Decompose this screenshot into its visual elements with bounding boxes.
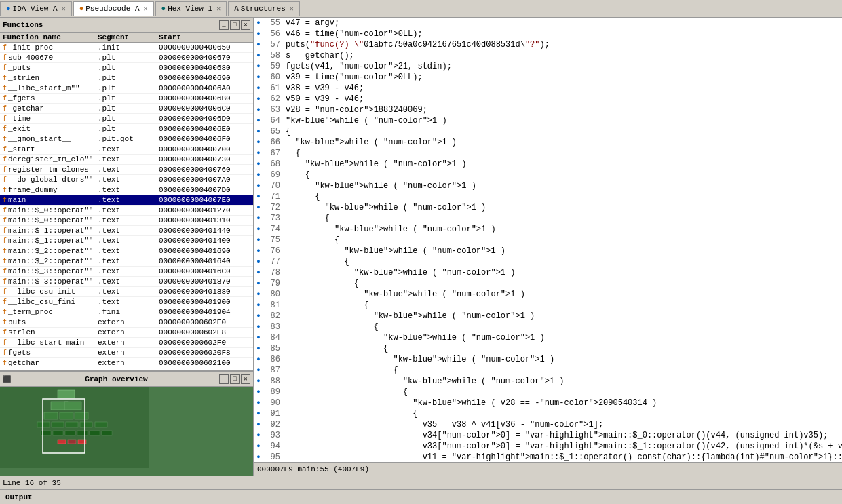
breakpoint-dot[interactable]: ●	[254, 193, 263, 200]
code-area[interactable]: ●55v47 = argv;●56v46 = time("num-color">…	[254, 18, 842, 462]
breakpoint-dot[interactable]: ●	[254, 454, 263, 461]
graph-restore-btn[interactable]: □	[230, 374, 240, 384]
func-row[interactable]: fgetcharextern0000000000602100	[0, 358, 253, 368]
breakpoint-dot[interactable]: ●	[254, 367, 263, 374]
func-name: f_fgets	[3, 94, 98, 102]
breakpoint-dot[interactable]: ●	[254, 96, 263, 102]
breakpoint-dot[interactable]: ●	[254, 378, 263, 385]
breakpoint-dot[interactable]: ●	[254, 356, 263, 363]
func-row[interactable]: fframe_dummy.text00000000004007D0	[0, 185, 253, 195]
func-segment: .plt	[98, 94, 159, 102]
breakpoint-dot[interactable]: ●	[254, 421, 263, 428]
breakpoint-dot[interactable]: ●	[254, 106, 263, 113]
func-row[interactable]: fmain::$_2::operat"".text000000000040164…	[0, 256, 253, 267]
breakpoint-dot[interactable]: ●	[254, 161, 263, 168]
breakpoint-dot[interactable]: ●	[254, 400, 263, 406]
func-row[interactable]: f_init_proc.init0000000000400650	[0, 43, 253, 53]
functions-minimize-btn[interactable]: _	[219, 20, 229, 30]
tab-structures[interactable]: A Structures ✕	[228, 1, 300, 16]
breakpoint-dot[interactable]: ●	[254, 74, 263, 81]
breakpoint-dot[interactable]: ●	[254, 258, 263, 265]
breakpoint-dot[interactable]: ●	[254, 63, 263, 70]
breakpoint-dot[interactable]: ●	[254, 313, 263, 319]
functions-panel-title: Functions	[3, 21, 43, 29]
func-row[interactable]: f_strlen.plt0000000000400690	[0, 73, 253, 83]
func-row[interactable]: fmain::$_0::operat"".text000000000040131…	[0, 216, 253, 226]
func-row[interactable]: fmain::$_1::operat"".text000000000040140…	[0, 236, 253, 246]
tab-close-hex[interactable]: ✕	[216, 5, 221, 13]
breakpoint-dot[interactable]: ●	[254, 204, 263, 211]
graph-close-btn[interactable]: ✕	[241, 374, 250, 384]
graph-content[interactable]	[0, 387, 253, 476]
tab-hex-view-1[interactable]: ● Hex View-1 ✕	[155, 1, 227, 16]
func-row[interactable]: fmain::$_1::operat"".text000000000040144…	[0, 226, 253, 236]
breakpoint-dot[interactable]: ●	[254, 31, 263, 37]
breakpoint-dot[interactable]: ●	[254, 20, 263, 26]
func-row[interactable]: f__gmon_start__.plt.got00000000004006F0	[0, 134, 253, 144]
breakpoint-dot[interactable]: ●	[254, 226, 263, 233]
breakpoint-dot[interactable]: ●	[254, 334, 263, 341]
breakpoint-dot[interactable]: ●	[254, 182, 263, 189]
func-row[interactable]: fmain::$_3::operat"".text000000000040187…	[0, 277, 253, 287]
breakpoint-dot[interactable]: ●	[254, 150, 263, 157]
breakpoint-dot[interactable]: ●	[254, 345, 263, 352]
tab-close-ida[interactable]: ✕	[62, 5, 66, 13]
func-row[interactable]: f_puts.plt0000000000400680	[0, 63, 253, 73]
func-row[interactable]: fregister_tm_clones.text0000000000400760	[0, 165, 253, 175]
breakpoint-dot[interactable]: ●	[254, 302, 263, 309]
func-row[interactable]: fmain::$_2::operat"".text000000000040169…	[0, 246, 253, 256]
func-row[interactable]: fstrlenextern0000000000602E8	[0, 328, 253, 338]
breakpoint-dot[interactable]: ●	[254, 41, 263, 48]
breakpoint-dot[interactable]: ●	[254, 443, 263, 450]
breakpoint-dot[interactable]: ●	[254, 215, 263, 222]
breakpoint-dot[interactable]: ●	[254, 139, 263, 146]
breakpoint-dot[interactable]: ●	[254, 117, 263, 124]
code-line: ●55v47 = argv;	[254, 18, 842, 28]
func-row[interactable]: f_fgets.plt00000000004006B0	[0, 94, 253, 104]
code-line: ●80 "kw-blue">while ( "num-color">1 )	[254, 289, 842, 300]
func-row[interactable]: fmain.text00000000004007E0	[0, 195, 253, 206]
func-name: fgetchar	[3, 359, 98, 367]
func-row[interactable]: f_exit.plt00000000004006E0	[0, 124, 253, 134]
func-type-icon: f	[3, 146, 7, 153]
graph-minimize-btn[interactable]: _	[219, 374, 229, 384]
breakpoint-dot[interactable]: ●	[254, 128, 263, 135]
breakpoint-dot[interactable]: ●	[254, 52, 263, 59]
functions-restore-btn[interactable]: □	[230, 20, 240, 30]
func-row[interactable]: f__libc_csu_fini.text0000000000401900	[0, 297, 253, 307]
func-row[interactable]: f__do_global_dtors"".text00000000004007A…	[0, 175, 253, 185]
functions-close-btn[interactable]: ✕	[241, 20, 250, 30]
breakpoint-dot[interactable]: ●	[254, 389, 263, 395]
func-row[interactable]: f__libc_start_mainextern0000000000602F0	[0, 338, 253, 348]
func-row[interactable]: f__libc_start_m"".plt00000000004006A0	[0, 83, 253, 94]
func-row[interactable]: f_getchar.plt00000000004006C0	[0, 104, 253, 114]
func-row[interactable]: fmain::$_3::operat"".text00000000004016C…	[0, 267, 253, 277]
breakpoint-dot[interactable]: ●	[254, 291, 263, 298]
func-row[interactable]: fderegister_tm_clo"".text000000000040073…	[0, 155, 253, 165]
line-code: "kw-blue">while ( "num-color">1 )	[284, 159, 842, 169]
breakpoint-dot[interactable]: ●	[254, 237, 263, 244]
func-row[interactable]: fmain::$_0::operat"".text000000000040127…	[0, 206, 253, 216]
tab-close-struct[interactable]: ✕	[290, 5, 294, 13]
func-row[interactable]: f__libc_csu_init.text0000000000401880	[0, 287, 253, 297]
tab-ida-view-a[interactable]: ● IDA View-A ✕	[0, 1, 72, 16]
func-row[interactable]: f_time.plt00000000004006D0	[0, 114, 253, 124]
func-row[interactable]: ffgetsextern00000000006020F8	[0, 348, 253, 358]
breakpoint-dot[interactable]: ●	[254, 410, 263, 417]
func-row[interactable]: f_start.text0000000000400700	[0, 144, 253, 155]
tab-close-pseudo[interactable]: ✕	[143, 5, 147, 13]
line-code: "kw-blue">while ( v28 == -"num-color">20…	[284, 398, 842, 408]
breakpoint-dot[interactable]: ●	[254, 269, 263, 276]
breakpoint-dot[interactable]: ●	[254, 280, 263, 287]
svg-rect-7	[37, 422, 50, 427]
breakpoint-dot[interactable]: ●	[254, 85, 263, 92]
breakpoint-dot[interactable]: ●	[254, 324, 263, 330]
tab-pseudocode-a[interactable]: ● Pseudocode-A ✕	[73, 1, 154, 16]
breakpoint-dot[interactable]: ●	[254, 172, 263, 178]
breakpoint-dot[interactable]: ●	[254, 432, 263, 439]
right-panel: ●55v47 = argv;●56v46 = time("num-color">…	[254, 18, 842, 476]
func-row[interactable]: f_term_proc.fini0000000000401904	[0, 307, 253, 317]
func-row[interactable]: fputsextern0000000000602E0	[0, 317, 253, 328]
breakpoint-dot[interactable]: ●	[254, 248, 263, 254]
func-row[interactable]: fsub_400670.plt0000000000400670	[0, 53, 253, 63]
